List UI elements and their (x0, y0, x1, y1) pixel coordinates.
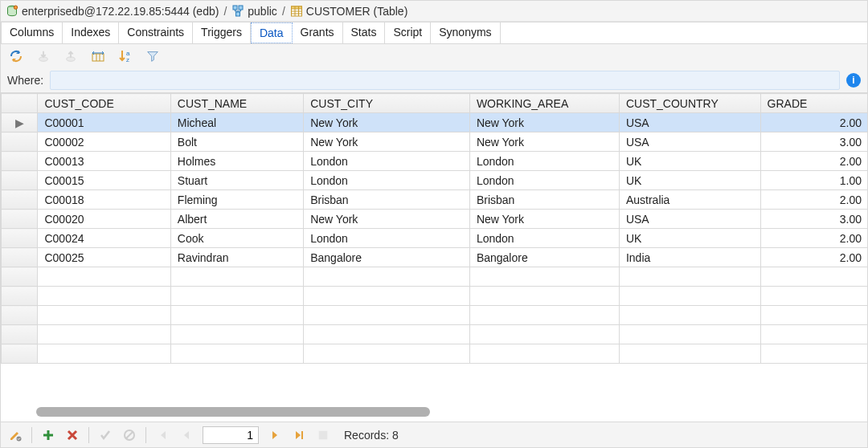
row-header[interactable]: ▶ (2, 113, 38, 132)
table-row[interactable]: C00018FlemingBrisbanBrisbanAustralia2.00 (2, 190, 868, 210)
cell[interactable]: Brisban (304, 190, 470, 210)
column-header-cust_country[interactable]: CUST_COUNTRY (619, 94, 760, 113)
table-row[interactable]: C00020AlbertNew YorkNew YorkUSA3.00 (2, 210, 868, 229)
cell[interactable]: C00025 (38, 248, 170, 267)
refresh-button[interactable] (7, 47, 25, 65)
cell[interactable]: Bangalore (469, 248, 619, 267)
cell[interactable]: C00024 (38, 229, 170, 248)
cell[interactable]: C00020 (38, 210, 170, 229)
cell[interactable]: London (304, 229, 470, 248)
filter-button[interactable] (144, 47, 162, 65)
cell[interactable]: India (619, 248, 760, 267)
cell[interactable]: Albert (170, 210, 303, 229)
table-row[interactable]: C00024CookLondonLondonUK2.00 (2, 229, 868, 248)
cell[interactable]: Stuart (170, 171, 303, 190)
cell[interactable]: New York (304, 132, 470, 152)
cell[interactable]: Cook (170, 229, 303, 248)
breadcrumb-table[interactable]: CUSTOMER (Table) (290, 5, 408, 18)
cell[interactable]: 2.00 (760, 152, 867, 171)
cell[interactable]: 2.00 (760, 229, 867, 248)
add-row-button[interactable] (40, 427, 56, 443)
column-header-grade[interactable]: GRADE (760, 94, 867, 113)
first-page-button[interactable] (154, 427, 170, 443)
where-input[interactable] (50, 71, 840, 90)
cell[interactable]: New York (469, 132, 619, 152)
sort-button[interactable]: az (117, 47, 134, 65)
cell[interactable]: C00015 (38, 171, 170, 190)
tab-constraints[interactable]: Constraints (119, 22, 193, 43)
tab-columns[interactable]: Columns (1, 22, 63, 43)
info-icon[interactable]: i (846, 73, 861, 88)
row-header[interactable] (2, 152, 38, 171)
cell[interactable]: Ravindran (170, 248, 303, 267)
horizontal-scrollbar[interactable] (36, 407, 430, 417)
cell[interactable]: 2.00 (760, 113, 867, 132)
table-row[interactable]: C00013HolmesLondonLondonUK2.00 (2, 152, 868, 171)
tab-stats[interactable]: Stats (343, 22, 386, 43)
row-header[interactable] (2, 210, 38, 229)
row-header[interactable] (2, 132, 38, 152)
cell[interactable]: New York (469, 210, 619, 229)
cell[interactable]: New York (469, 113, 619, 132)
cell[interactable]: UK (619, 171, 760, 190)
tab-script[interactable]: Script (385, 22, 431, 43)
column-header-cust_code[interactable]: CUST_CODE (38, 94, 170, 113)
cell[interactable]: 1.00 (760, 171, 867, 190)
cell[interactable]: London (469, 229, 619, 248)
cell[interactable]: UK (619, 229, 760, 248)
next-page-button[interactable] (267, 427, 283, 443)
last-page-button[interactable] (291, 427, 307, 443)
cell[interactable]: Australia (619, 190, 760, 210)
edit-button[interactable] (7, 427, 23, 443)
cell[interactable]: London (304, 171, 470, 190)
cell[interactable]: 3.00 (760, 210, 867, 229)
column-header-cust_city[interactable]: CUST_CITY (304, 94, 470, 113)
prev-page-button[interactable] (178, 427, 194, 443)
tab-grants[interactable]: Grants (293, 22, 343, 43)
rollback-button[interactable] (121, 427, 137, 443)
tab-indexes[interactable]: Indexes (63, 22, 119, 43)
cell[interactable]: C00001 (38, 113, 170, 132)
cell[interactable]: Holmes (170, 152, 303, 171)
cell[interactable]: Bangalore (304, 248, 470, 267)
delete-row-button[interactable] (64, 427, 80, 443)
export-button[interactable] (62, 47, 80, 65)
cell[interactable]: UK (619, 152, 760, 171)
cell[interactable]: London (469, 171, 619, 190)
cell[interactable]: 2.00 (760, 248, 867, 267)
row-header[interactable] (2, 248, 38, 267)
cell[interactable]: New York (304, 210, 470, 229)
fit-columns-button[interactable] (89, 47, 107, 65)
cell[interactable]: USA (619, 210, 760, 229)
cell[interactable]: C00013 (38, 152, 170, 171)
cell[interactable]: 2.00 (760, 190, 867, 210)
tab-synonyms[interactable]: Synonyms (431, 22, 500, 43)
cell[interactable]: Fleming (170, 190, 303, 210)
row-header[interactable] (2, 229, 38, 248)
cell[interactable]: New York (304, 113, 470, 132)
cell[interactable]: 3.00 (760, 132, 867, 152)
column-header-working_area[interactable]: WORKING_AREA (469, 94, 619, 113)
breadcrumb-db[interactable]: enterprisedb@172.22.19.85:5444 (edb) (6, 5, 219, 18)
cell[interactable]: C00018 (38, 190, 170, 210)
data-grid[interactable]: CUST_CODECUST_NAMECUST_CITYWORKING_AREAC… (1, 92, 867, 422)
tab-data[interactable]: Data (251, 22, 293, 43)
table-row[interactable]: C00025RavindranBangaloreBangaloreIndia2.… (2, 248, 868, 267)
cell[interactable]: Brisban (469, 190, 619, 210)
cell[interactable]: USA (619, 113, 760, 132)
commit-button[interactable] (97, 427, 113, 443)
tab-triggers[interactable]: Triggers (193, 22, 251, 43)
table-row[interactable]: C00002BoltNew YorkNew YorkUSA3.00 (2, 132, 868, 152)
row-header-corner[interactable] (2, 94, 38, 113)
stop-button[interactable] (315, 427, 331, 443)
table-row[interactable]: ▶C00001MichealNew YorkNew YorkUSA2.00 (2, 113, 868, 132)
cell[interactable]: London (469, 152, 619, 171)
table-row[interactable]: C00015StuartLondonLondonUK1.00 (2, 171, 868, 190)
row-header[interactable] (2, 171, 38, 190)
cell[interactable]: USA (619, 132, 760, 152)
cell[interactable]: London (304, 152, 470, 171)
row-header[interactable] (2, 190, 38, 210)
column-header-cust_name[interactable]: CUST_NAME (170, 94, 303, 113)
cell[interactable]: C00002 (38, 132, 170, 152)
cell[interactable]: Bolt (170, 132, 303, 152)
